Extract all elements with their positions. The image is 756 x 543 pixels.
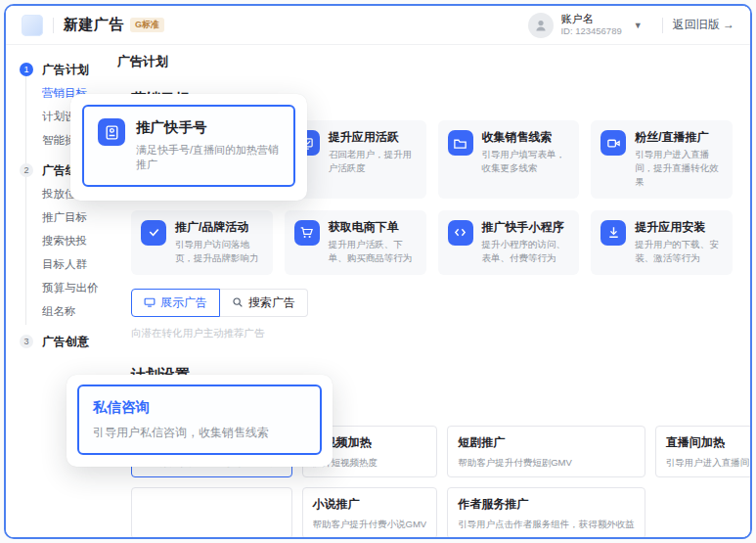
scene-tooltip-card[interactable]: 私信咨询 引导用户私信咨询，收集销售线索 [77, 385, 322, 455]
id-badge-icon [98, 118, 125, 146]
marketing-card-app-install[interactable]: 提升应用安装 提升用户的下载、安装、激活等行为 [591, 210, 733, 275]
display-icon [144, 296, 156, 308]
sidebar-step-ad-creative[interactable]: 3 广告创意 [20, 330, 113, 353]
marketing-card-fans-live[interactable]: 粉丝/直播推广 引导用户进入直播间，提升直播转化效果 [591, 120, 733, 199]
divider [662, 18, 663, 33]
folder-icon [448, 130, 473, 156]
miniapp-icon [448, 220, 473, 246]
marketing-card-mini-program[interactable]: 推广快手小程序 提升小程序的访问、表单、付费等行为 [438, 210, 580, 275]
marketing-card-ecommerce-order[interactable]: 获取电商下单 提升用户活跃、下单、购买商品等行为 [285, 210, 426, 275]
scene-card-covered[interactable] [131, 487, 292, 539]
step-number-badge: 3 [20, 335, 33, 348]
check-icon [141, 220, 166, 246]
back-to-old-version-link[interactable]: 返回旧版 → [673, 17, 734, 33]
brand-logo [22, 15, 43, 36]
ad-type-switch: 展示广告 搜索广告 [131, 289, 308, 317]
account-info: 账户名 ID: 123456789 [560, 13, 621, 38]
search-ads-button[interactable]: 搜索广告 [220, 289, 308, 317]
display-ads-button[interactable]: 展示广告 [131, 289, 220, 317]
download-icon [600, 220, 626, 246]
account-name: 账户名 [560, 13, 621, 26]
page-title: 广告计划 [117, 53, 733, 70]
tooltip-desc: 满足快手号/直播间的加热营销推广 [136, 143, 280, 173]
step-number-badge: 1 [20, 63, 33, 76]
search-icon [232, 296, 244, 308]
scene-card-author-service[interactable]: 作者服务推广 引导用户点击作者服务组件，获得额外收益 [447, 487, 645, 539]
marketing-goal-tooltip: 推广快手号 满足快手号/直播间的加热营销推广 [70, 94, 307, 201]
divider [53, 18, 54, 33]
scene-card-novel[interactable]: 小说推广 帮助客户提升付费小说GMV [302, 487, 438, 539]
sidebar-item-target-audience[interactable]: 目标人群 [20, 257, 87, 272]
account-id: ID: 123456789 [560, 25, 621, 37]
chevron-down-icon[interactable]: ▼ [634, 21, 643, 30]
step-number-badge: 2 [20, 163, 33, 177]
marketing-goal-tooltip-card[interactable]: 推广快手号 满足快手号/直播间的加热营销推广 [82, 105, 295, 187]
app-window: 新建广告 G标准 账户名 ID: 123456789 ▼ 返回旧版 → 1 广告… [4, 4, 752, 539]
sidebar-item-promotion-goal[interactable]: 推广目标 [20, 210, 87, 225]
user-icon [533, 18, 549, 33]
sidebar-item-budget-bid[interactable]: 预算与出价 [20, 281, 99, 295]
top-header: 新建广告 G标准 账户名 ID: 123456789 ▼ 返回旧版 → [6, 6, 750, 45]
version-badge: G标准 [130, 18, 164, 32]
ad-type-hint: 向潜在转化用户主动推荐广告 [131, 327, 733, 340]
scene-tooltip: 私信咨询 引导用户私信咨询，收集销售线索 [67, 375, 333, 467]
tooltip-title: 私信咨询 [93, 398, 306, 417]
tooltip-title: 推广快手号 [136, 118, 280, 137]
marketing-card-brand-activity[interactable]: 推广/品牌活动 引导用户访问落地页，提升品牌影响力 [131, 210, 273, 275]
tooltip-desc: 引导用户私信咨询，收集销售线索 [93, 425, 306, 441]
sidebar-item-search-quick-invest[interactable]: 搜索快投 [20, 234, 87, 249]
video-icon [600, 130, 626, 156]
page-title-header: 新建广告 [64, 16, 124, 34]
sidebar-step-ad-plan[interactable]: 1 广告计划 [20, 58, 113, 81]
cart-icon [294, 220, 320, 246]
marketing-card-sales-leads[interactable]: 收集销售线索 引导用户填写表单，收集更多线索 [438, 120, 580, 199]
scene-card-short-drama[interactable]: 短剧推广 帮助客户提升付费短剧GMV [447, 426, 645, 477]
avatar[interactable] [528, 13, 554, 38]
sidebar-item-group-name[interactable]: 组名称 [20, 304, 76, 319]
scene-card-live-room-heat[interactable]: 直播间加热 引导用户进入直播间，提升直播间热度 [655, 426, 752, 477]
